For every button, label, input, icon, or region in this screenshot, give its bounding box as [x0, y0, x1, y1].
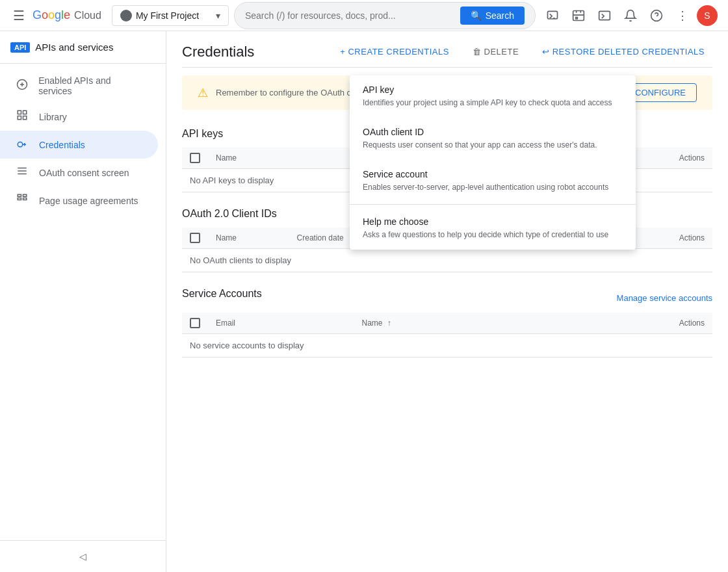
sa-email-header: Email	[208, 313, 354, 334]
project-selector[interactable]: My First Project ▾	[112, 5, 229, 26]
search-bar: 🔍 Search	[234, 2, 536, 29]
svg-rect-20	[18, 198, 21, 200]
service-accounts-section: Service Accounts Manage service accounts…	[166, 278, 728, 363]
sidebar-nav: Enabled APIs and services Library Creden…	[0, 64, 166, 540]
marketplace-icon[interactable]	[567, 4, 590, 27]
topbar: ☰ Google Cloud My First Project ▾ 🔍 Sear…	[0, 0, 728, 31]
sidebar-item-enabled-apis[interactable]: Enabled APIs and services	[0, 69, 158, 103]
sidebar-item-library[interactable]: Library	[0, 103, 158, 131]
svg-rect-12	[23, 116, 27, 120]
dropdown-item-api-key[interactable]: API key Identifies your project using a …	[350, 75, 636, 118]
search-input[interactable]	[245, 10, 455, 21]
enabled-apis-icon	[16, 79, 28, 94]
layout: API APIs and services Enabled APIs and s…	[0, 31, 728, 572]
page-title: Credentials	[182, 44, 254, 60]
hamburger-menu[interactable]: ☰	[10, 5, 27, 26]
search-button[interactable]: 🔍 Search	[460, 6, 525, 25]
dropdown-item-service-account[interactable]: Service account Enables server-to-server…	[350, 160, 636, 202]
credentials-icon	[16, 137, 29, 152]
cloud-label: Cloud	[74, 10, 101, 21]
api-key-title: API key	[363, 84, 623, 95]
collapse-sidebar-button[interactable]: ◁	[77, 549, 89, 564]
main-content: Credentials + CREATE CREDENTIALS 🗑 DELET…	[166, 31, 728, 572]
header-divider	[182, 67, 712, 68]
enabled-apis-label: Enabled APIs and services	[38, 75, 142, 96]
svg-rect-3	[576, 17, 578, 19]
service-accounts-header-row: Email Name ↑ Actions	[182, 313, 712, 334]
terminal-icon[interactable]	[593, 4, 616, 27]
sidebar-footer: ◁	[0, 540, 166, 572]
help-me-choose-desc: Asks a few questions to help you decide …	[363, 229, 623, 240]
service-accounts-header-row: Service Accounts Manage service accounts	[182, 288, 712, 307]
project-dot-icon	[120, 10, 132, 21]
search-icon: 🔍	[471, 10, 482, 21]
svg-rect-13	[18, 116, 21, 120]
service-accounts-table: Email Name ↑ Actions No service accounts…	[182, 313, 712, 358]
service-accounts-title: Service Accounts	[182, 288, 262, 300]
avatar[interactable]: S	[697, 5, 718, 26]
oauth-select-all-header	[182, 228, 208, 249]
notifications-icon[interactable]	[619, 4, 642, 27]
oauth-consent-icon	[16, 165, 29, 180]
help-me-choose-title: Help me choose	[363, 216, 623, 227]
sidebar-item-oauth-consent[interactable]: OAuth consent screen	[0, 159, 158, 187]
oauth-client-id-title: OAuth client ID	[363, 127, 623, 137]
sidebar-header: API APIs and services	[0, 31, 166, 64]
sa-actions-header: Actions	[541, 313, 712, 334]
google-logo: Google	[32, 8, 70, 22]
delete-button[interactable]: 🗑 DELETE	[465, 42, 526, 62]
project-name: My First Project	[136, 10, 212, 21]
sidebar-title: APIs and services	[35, 42, 113, 53]
sidebar: API APIs and services Enabled APIs and s…	[0, 31, 166, 572]
help-icon[interactable]	[645, 4, 668, 27]
oauth-select-all-checkbox[interactable]	[190, 233, 200, 243]
manage-service-accounts-link[interactable]: Manage service accounts	[617, 293, 712, 303]
svg-rect-0	[548, 11, 558, 19]
dropdown-divider	[350, 204, 636, 205]
warning-icon: ⚠	[198, 86, 208, 100]
api-key-desc: Identifies your project using a simple A…	[363, 98, 623, 109]
sa-select-all-header	[182, 313, 208, 334]
chevron-down-icon: ▾	[216, 10, 220, 21]
topbar-icons: ⋮ S	[541, 4, 718, 27]
sa-select-all-checkbox[interactable]	[190, 318, 200, 328]
cloud-shell-icon[interactable]	[541, 4, 564, 27]
oauth-empty-row: No OAuth clients to display	[182, 249, 712, 272]
dropdown-item-oauth-client-id[interactable]: OAuth client ID Requests user consent so…	[350, 118, 636, 160]
sa-empty-message: No service accounts to display	[182, 334, 712, 358]
svg-rect-21	[23, 198, 27, 200]
service-account-title: Service account	[363, 169, 623, 179]
api-badge: API	[10, 42, 30, 53]
oauth-name-header: Name	[208, 228, 289, 249]
oauth-client-id-desc: Requests user consent so that your app c…	[363, 140, 623, 151]
api-keys-select-all-checkbox[interactable]	[190, 153, 200, 163]
api-keys-select-all-header	[182, 148, 208, 169]
more-options-icon[interactable]: ⋮	[671, 4, 694, 27]
sidebar-item-page-usage[interactable]: Page usage agreements	[0, 187, 158, 214]
oauth-consent-label: OAuth consent screen	[39, 168, 129, 178]
svg-rect-19	[23, 194, 27, 196]
sidebar-item-credentials[interactable]: Credentials	[0, 131, 158, 159]
google-cloud-logo[interactable]: Google Cloud	[32, 8, 101, 22]
create-credentials-dropdown: API key Identifies your project using a …	[350, 75, 636, 250]
restore-deleted-credentials-button[interactable]: ↩ RESTORE DELETED CREDENTIALS	[534, 42, 712, 62]
svg-rect-4	[599, 11, 610, 20]
page-header: Credentials + CREATE CREDENTIALS 🗑 DELET…	[166, 31, 728, 67]
svg-rect-10	[18, 110, 21, 114]
header-actions: + CREATE CREDENTIALS 🗑 DELETE ↩ RESTORE …	[332, 42, 712, 62]
create-credentials-button[interactable]: + CREATE CREDENTIALS	[332, 42, 457, 62]
svg-rect-11	[23, 110, 27, 114]
service-account-desc: Enables server-to-server, app-level auth…	[363, 182, 623, 193]
page-usage-icon	[16, 193, 29, 208]
sa-empty-row: No service accounts to display	[182, 334, 712, 358]
oauth-empty-message: No OAuth clients to display	[182, 249, 712, 272]
library-icon	[16, 109, 29, 124]
library-label: Library	[39, 112, 67, 122]
sa-name-header: Name ↑	[354, 313, 541, 334]
sort-up-icon[interactable]: ↑	[387, 318, 391, 328]
dropdown-item-help-me-choose[interactable]: Help me choose Asks a few questions to h…	[350, 207, 636, 250]
credentials-label: Credentials	[39, 140, 85, 150]
svg-point-14	[18, 142, 23, 148]
svg-rect-18	[18, 194, 21, 196]
page-usage-label: Page usage agreements	[39, 196, 138, 206]
